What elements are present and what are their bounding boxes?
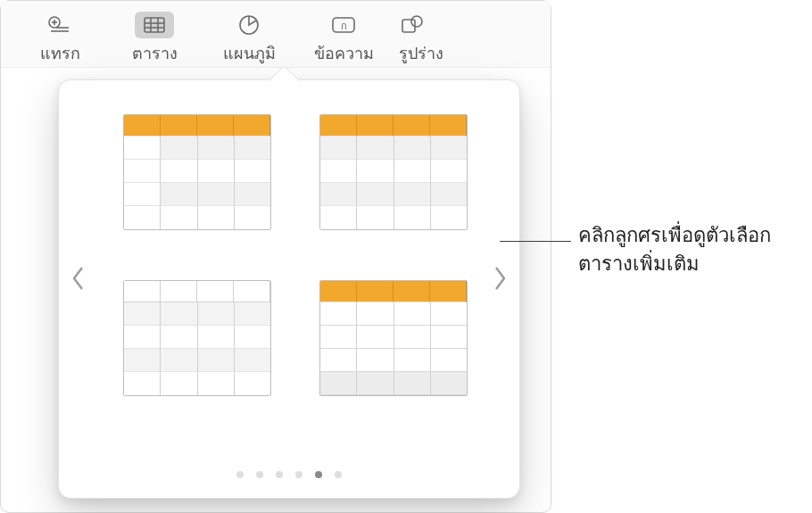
app-window: แทรก ตาราง แผนภูมิ ก ข้อความ รูปร่าง bbox=[0, 0, 551, 513]
toolbar-label: ตาราง bbox=[132, 40, 178, 66]
previous-page-arrow[interactable] bbox=[61, 252, 96, 305]
page-dot[interactable] bbox=[276, 471, 283, 478]
table-styles-popover bbox=[58, 79, 520, 499]
insert-icon bbox=[40, 12, 79, 38]
page-dot[interactable] bbox=[315, 471, 322, 478]
chart-icon bbox=[229, 12, 269, 38]
toolbar-shape-button[interactable]: รูปร่าง bbox=[399, 12, 443, 66]
page-dot[interactable] bbox=[295, 471, 302, 478]
table-icon bbox=[135, 12, 174, 38]
page-dot[interactable] bbox=[335, 471, 342, 478]
toolbar-text-button[interactable]: ก ข้อความ bbox=[304, 12, 383, 66]
toolbar-label: รูปร่าง bbox=[399, 40, 443, 66]
svg-text:ก: ก bbox=[341, 21, 347, 31]
table-style-header-leftcol-footer[interactable] bbox=[319, 280, 468, 396]
toolbar-insert-button[interactable]: แทรก bbox=[21, 12, 99, 66]
page-dot[interactable] bbox=[236, 471, 244, 478]
svg-point-14 bbox=[411, 16, 422, 27]
page-dots bbox=[59, 471, 519, 478]
toolbar-chart-button[interactable]: แผนภูมิ bbox=[210, 12, 288, 66]
svg-rect-5 bbox=[145, 18, 164, 32]
table-style-header-striped[interactable] bbox=[319, 114, 468, 230]
callout-text: คลิกลูกศรเพื่อดูตัวเลือก ตารางเพิ่มเติม bbox=[578, 221, 771, 278]
page-dot[interactable] bbox=[256, 471, 263, 478]
toolbar-label: แทรก bbox=[40, 40, 80, 66]
callout-line1: คลิกลูกศรเพื่อดูตัวเลือก bbox=[578, 224, 771, 246]
text-icon: ก bbox=[324, 12, 363, 38]
toolbar-label: ข้อความ bbox=[314, 40, 374, 66]
callout-leader-line bbox=[500, 241, 571, 242]
shape-icon bbox=[399, 12, 426, 38]
table-style-plain-striped[interactable] bbox=[123, 280, 271, 396]
toolbar-table-button[interactable]: ตาราง bbox=[115, 12, 194, 66]
toolbar: แทรก ตาราง แผนภูมิ ก ข้อความ รูปร่าง bbox=[1, 1, 551, 68]
table-style-header-leftcol-striped[interactable] bbox=[123, 114, 271, 230]
callout-line2: ตารางเพิ่มเติม bbox=[578, 252, 700, 275]
next-page-arrow[interactable] bbox=[482, 252, 518, 305]
toolbar-label: แผนภูมิ bbox=[223, 40, 276, 66]
table-styles-grid bbox=[123, 114, 455, 396]
